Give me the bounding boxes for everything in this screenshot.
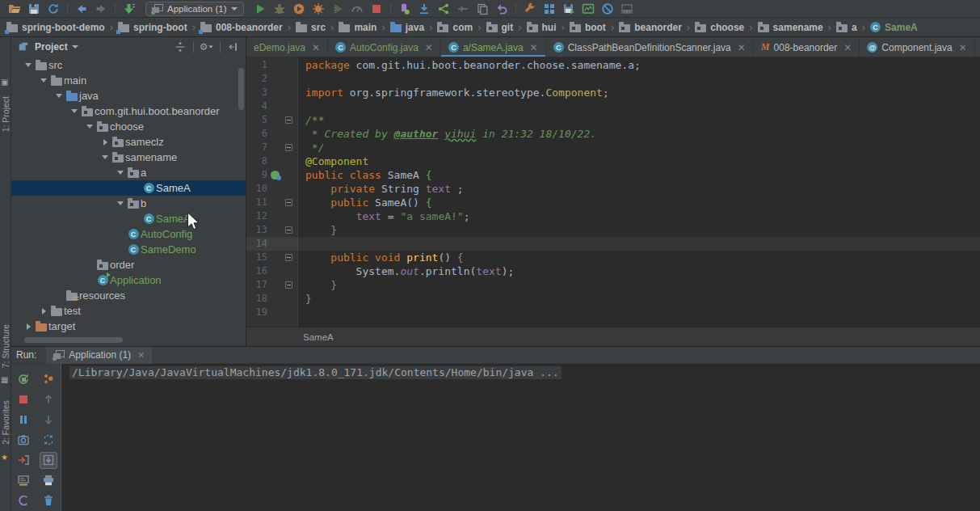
open-icon[interactable] <box>5 1 24 17</box>
chevron-down-icon[interactable] <box>99 155 111 159</box>
tree-item-samea[interactable]: CSameA <box>11 211 246 226</box>
breadcrumb-item-spring-boot-demo[interactable]: spring-boot-demo <box>6 22 105 33</box>
breadcrumb-item-hui[interactable]: hui <box>527 22 557 33</box>
pause-icon[interactable] <box>15 411 32 428</box>
chevron-down-icon[interactable] <box>84 125 95 129</box>
editor-tab-008-beanorder[interactable]: M008-beanorder✕ <box>754 37 860 57</box>
exit-icon[interactable] <box>15 452 32 469</box>
tree-item-autoconfig[interactable]: CAutoConfig <box>11 226 246 242</box>
close-icon[interactable]: ✕ <box>959 43 967 53</box>
tree-item-b[interactable]: b <box>11 196 246 211</box>
editor-tab-a-samea-java[interactable]: Ca/SameA.java✕ <box>441 37 546 57</box>
fold-marker-icon[interactable] <box>285 254 292 261</box>
breadcrumb-item-choose[interactable]: choose <box>695 22 744 33</box>
vcs-commit-icon[interactable] <box>434 1 453 17</box>
hotswap-icon[interactable] <box>40 370 57 387</box>
close-icon[interactable]: ✕ <box>843 43 852 53</box>
profile-icon[interactable] <box>309 1 328 17</box>
scroll-down-icon[interactable] <box>40 452 57 469</box>
monitor-icon[interactable] <box>578 1 598 17</box>
chevron-down-icon[interactable] <box>115 171 126 175</box>
tree-item-java[interactable]: java <box>11 88 246 103</box>
breadcrumb-item-008-beanorder[interactable]: 008-beanorder <box>200 22 283 33</box>
breadcrumb-item-git[interactable]: git <box>486 22 514 33</box>
breadcrumb-item-beanorder[interactable]: beanorder <box>619 22 682 33</box>
project-panel-title[interactable]: Project <box>35 41 68 53</box>
chevron-down-icon[interactable] <box>53 94 65 98</box>
project-vertical-scrollbar[interactable] <box>238 68 244 110</box>
settings-wrench-icon[interactable] <box>520 1 540 17</box>
breadcrumb-item-java[interactable]: java <box>390 22 424 33</box>
breadcrumb-item-samename[interactable]: samename <box>758 22 823 33</box>
breadcrumb-item-src[interactable]: src <box>296 22 326 33</box>
copy-icon[interactable] <box>473 1 492 17</box>
editor-tab-b-same[interactable]: Cb/Same <box>975 37 980 57</box>
tree-item-samedemo[interactable]: CSameDemo <box>11 242 246 257</box>
push-icon[interactable] <box>453 1 473 17</box>
editor-tab-classpathbeandefinitionscanner-java[interactable]: CClassPathBeanDefinitionScanner.java✕ <box>546 37 754 57</box>
chevron-right-icon[interactable] <box>38 308 49 315</box>
rerun-icon[interactable] <box>15 370 32 387</box>
close-icon[interactable]: ✕ <box>312 43 320 53</box>
breadcrumb-item-main[interactable]: main <box>339 22 376 33</box>
tool-button-structure[interactable]: 7: Structure <box>0 317 11 375</box>
run-tab-application[interactable]: Application (1) ✕ <box>46 347 152 364</box>
editor-tab-edemo-java[interactable]: eDemo.java✕ <box>246 37 328 57</box>
fold-marker-icon[interactable] <box>285 199 292 206</box>
fold-marker-icon[interactable] <box>285 116 292 124</box>
chevron-down-icon[interactable] <box>38 78 49 82</box>
stop-icon[interactable] <box>367 1 386 17</box>
run-icon[interactable] <box>250 1 270 17</box>
back-icon[interactable] <box>72 1 91 17</box>
forward-icon[interactable] <box>91 1 111 17</box>
save-all-icon[interactable] <box>24 1 44 17</box>
close-icon[interactable]: ✕ <box>738 43 746 53</box>
tree-item-src[interactable]: src <box>11 57 246 73</box>
spring-bean-icon[interactable] <box>271 171 280 179</box>
project-structure-icon[interactable] <box>540 1 559 17</box>
debug-icon[interactable] <box>270 1 289 17</box>
chevron-right-icon[interactable] <box>99 139 111 146</box>
tree-item-test[interactable]: test <box>11 303 246 319</box>
tree-item-main[interactable]: main <box>11 73 246 88</box>
save-sync-icon[interactable] <box>559 1 578 17</box>
print-icon[interactable] <box>40 472 57 489</box>
up-arrow-icon[interactable] <box>40 391 57 408</box>
tree-item-a[interactable]: a <box>11 165 246 180</box>
undo-icon[interactable] <box>492 1 511 17</box>
vcs-update-icon[interactable] <box>414 1 434 17</box>
tree-item-order[interactable]: order <box>11 257 246 272</box>
breadcrumb-item-spring-boot[interactable]: spring-boot <box>118 22 187 33</box>
close-icon[interactable]: ✕ <box>425 43 433 53</box>
fold-marker-icon[interactable] <box>285 226 292 234</box>
chevron-down-icon[interactable] <box>115 201 126 205</box>
update-code-icon[interactable] <box>120 1 139 17</box>
tree-item-sameclz[interactable]: sameclz <box>11 134 246 150</box>
project-horizontal-scrollbar[interactable] <box>24 337 123 343</box>
tree-item-samename[interactable]: samename <box>11 150 246 165</box>
synchronize-icon[interactable] <box>44 1 63 17</box>
tree-item-resources[interactable]: resources <box>11 288 246 303</box>
editor-tab-component-java[interactable]: @Component.java✕ <box>860 37 974 57</box>
editor-tab-autoconfig-java[interactable]: CAutoConfig.java✕ <box>328 37 441 57</box>
breadcrumb-item-samea[interactable]: CSameA <box>870 22 918 33</box>
clear-all-icon[interactable] <box>40 492 57 509</box>
profiler-gauge-icon[interactable] <box>347 1 367 17</box>
tree-item-choose[interactable]: choose <box>11 119 246 134</box>
coverage-settings-icon[interactable] <box>15 492 32 509</box>
run-with-coverage-icon[interactable] <box>328 1 347 17</box>
chevron-down-icon[interactable] <box>23 63 34 67</box>
tree-item-com-git-hui-boot-beanorder[interactable]: com.git.hui.boot.beanorder <box>11 103 246 119</box>
breadcrumb-item-a[interactable]: a <box>836 22 857 33</box>
panel-icon[interactable] <box>617 1 637 17</box>
scroll-from-source-icon[interactable] <box>173 40 187 54</box>
thread-dump-icon[interactable] <box>15 431 32 448</box>
console-settings-icon[interactable] <box>15 472 32 489</box>
chevron-down-icon[interactable] <box>69 109 80 113</box>
breadcrumb-item-boot[interactable]: boot <box>570 22 606 33</box>
fold-marker-icon[interactable] <box>285 281 292 289</box>
chevron-right-icon[interactable] <box>23 323 34 330</box>
chevron-down-icon[interactable] <box>72 45 78 49</box>
tool-button-project[interactable]: 1: Project <box>0 87 11 141</box>
hide-panel-icon[interactable] <box>226 40 241 54</box>
